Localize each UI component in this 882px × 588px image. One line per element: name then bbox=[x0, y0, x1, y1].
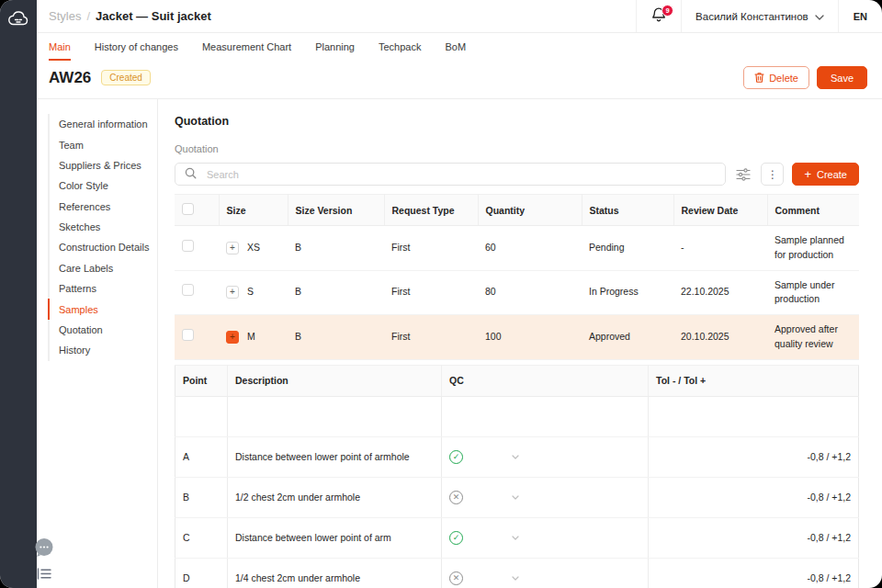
tab-history-of-changes[interactable]: History of changes bbox=[95, 33, 178, 61]
chat-bubble-icon[interactable] bbox=[33, 537, 55, 559]
expand-row-icon[interactable]: + bbox=[226, 242, 239, 254]
table-row[interactable]: +S B First 80 In Progress 22.10.2025 Sam… bbox=[175, 270, 859, 315]
user-menu[interactable]: Василий Константинов bbox=[682, 0, 838, 32]
table-header: Size Size Version Request Type Quantity … bbox=[175, 195, 859, 226]
table-row[interactable]: +XS B First 60 Pending - Sample planned … bbox=[175, 226, 859, 271]
tolerance-value: -0,8 / +1,2 bbox=[649, 437, 859, 478]
row-checkbox[interactable] bbox=[182, 329, 194, 341]
section-title: Quotation bbox=[175, 115, 859, 128]
language-switcher[interactable]: EN bbox=[838, 0, 882, 32]
qc-fail-icon: ✕ bbox=[449, 491, 463, 504]
subcol-description: Description bbox=[228, 365, 442, 397]
breadcrumb: Styles / Jacket — Suit jacket bbox=[49, 9, 211, 23]
notification-badge: 9 bbox=[662, 5, 673, 17]
create-button-label: Create bbox=[817, 169, 847, 180]
subcol-point: Point bbox=[175, 365, 228, 397]
plus-icon: + bbox=[804, 168, 811, 180]
subtable-row: D 1/4 chest 2cm under armhole ✕ -0,8 / +… bbox=[175, 559, 859, 588]
tolerance-value: -0,8 / +1,2 bbox=[649, 518, 859, 559]
subcol-tol: Tol - / Tol + bbox=[649, 365, 859, 397]
qc-dropdown-chevron-icon[interactable] bbox=[512, 536, 519, 540]
status-badge: Created bbox=[101, 70, 151, 85]
breadcrumb-current: Jacket — Suit jacket bbox=[96, 9, 211, 23]
sidebar-item-color-style[interactable]: Color Style bbox=[48, 175, 157, 196]
row-checkbox[interactable] bbox=[182, 284, 194, 296]
sidebar-item-quotation[interactable]: Quotation bbox=[48, 320, 157, 340]
comment-value: Sample planned for production bbox=[767, 226, 859, 271]
search-input[interactable] bbox=[205, 168, 716, 181]
review-date-value: 20.10.2025 bbox=[673, 315, 767, 360]
request-type-value: First bbox=[384, 270, 478, 315]
quotation-table: Size Size Version Request Type Quantity … bbox=[175, 194, 859, 588]
sidebar-item-suppliers-prices[interactable]: Suppliers & Prices bbox=[48, 155, 157, 175]
trash-icon bbox=[754, 72, 764, 85]
topbar-right: 9 Василий Константинов EN bbox=[636, 0, 882, 32]
sidebar-item-sketches[interactable]: Sketches bbox=[48, 217, 157, 237]
col-size-version: Size Version bbox=[288, 195, 384, 226]
qc-dropdown-chevron-icon[interactable] bbox=[512, 495, 519, 500]
tab-bom[interactable]: BoM bbox=[445, 33, 466, 61]
content: Quotation Quotation bbox=[158, 99, 882, 588]
tolerance-value: -0,8 / +1,2 bbox=[649, 478, 859, 518]
section-sidebar: General information Team Suppliers & Pri… bbox=[37, 99, 158, 588]
request-type-value: First bbox=[384, 315, 478, 360]
subtable-row: A Distance between lower point of armhol… bbox=[175, 437, 859, 478]
create-button[interactable]: + Create bbox=[792, 163, 859, 186]
toolbar: ⋮ + Create bbox=[175, 163, 859, 186]
qc-dropdown-chevron-icon[interactable] bbox=[512, 576, 519, 581]
more-options-button[interactable]: ⋮ bbox=[761, 163, 784, 186]
sidebar-item-team[interactable]: Team bbox=[48, 134, 157, 154]
description-value: Distance between lower point of armhole bbox=[228, 437, 442, 478]
tab-techpack[interactable]: Techpack bbox=[379, 33, 421, 61]
tab-measurement-chart[interactable]: Measurement Chart bbox=[202, 33, 291, 61]
breadcrumb-styles-link[interactable]: Styles bbox=[49, 9, 81, 23]
row-checkbox[interactable] bbox=[182, 240, 194, 252]
select-all-checkbox[interactable] bbox=[182, 203, 194, 215]
description-value: Distance between lower point of arm bbox=[228, 518, 442, 559]
sidebar-item-references[interactable]: References bbox=[48, 197, 157, 217]
tab-main[interactable]: Main bbox=[49, 33, 71, 61]
description-value: 1/2 chest 2cm under armhole bbox=[228, 478, 442, 518]
tab-planning[interactable]: Planning bbox=[315, 33, 355, 61]
sidebar-item-general-information[interactable]: General information bbox=[48, 114, 157, 134]
style-tabs: Main History of changes Measurement Char… bbox=[37, 33, 882, 61]
style-title-row: AW26 Created Delete Save bbox=[37, 61, 882, 99]
sidebar-item-patterns[interactable]: Patterns bbox=[48, 278, 157, 299]
sidebar-item-history[interactable]: History bbox=[48, 340, 157, 360]
qc-dropdown-chevron-icon[interactable] bbox=[512, 455, 519, 459]
quantity-value: 80 bbox=[478, 270, 582, 315]
collapse-sidebar-icon[interactable] bbox=[35, 564, 53, 582]
description-value: 1/4 chest 2cm under armhole bbox=[228, 559, 442, 588]
notifications-button[interactable]: 9 bbox=[636, 0, 682, 32]
col-size: Size bbox=[219, 195, 288, 226]
sidebar-helpers bbox=[33, 537, 55, 582]
point-value: A bbox=[175, 437, 228, 478]
column-settings-icon[interactable] bbox=[734, 166, 752, 183]
app-rail bbox=[0, 0, 37, 588]
app-window: Styles / Jacket — Suit jacket 9 Василий … bbox=[0, 0, 882, 588]
col-quantity: Quantity bbox=[478, 195, 582, 226]
size-version-value: B bbox=[288, 315, 384, 360]
sidebar-item-samples[interactable]: Samples bbox=[48, 299, 157, 319]
size-version-value: B bbox=[288, 226, 384, 271]
cloud-logo-icon[interactable] bbox=[8, 11, 28, 29]
col-comment: Comment bbox=[767, 195, 859, 226]
expand-row-icon[interactable]: + bbox=[226, 286, 239, 299]
size-value: S bbox=[247, 285, 254, 300]
delete-button-label: Delete bbox=[769, 73, 798, 84]
size-version-value: B bbox=[288, 270, 384, 315]
select-all-header bbox=[175, 195, 219, 226]
qc-fail-icon: ✕ bbox=[449, 571, 463, 585]
status-value: In Progress bbox=[582, 270, 673, 315]
col-status: Status bbox=[582, 195, 673, 226]
quantity-value: 60 bbox=[478, 226, 582, 271]
review-date-value: - bbox=[673, 226, 767, 271]
delete-button[interactable]: Delete bbox=[743, 66, 809, 89]
sidebar-item-construction-details[interactable]: Construction Details bbox=[48, 237, 157, 257]
sidebar-item-care-labels[interactable]: Care Labels bbox=[48, 258, 157, 278]
table-row-expanded[interactable]: +M B First 100 Approved 20.10.2025 Appro… bbox=[175, 315, 859, 360]
search-box bbox=[175, 163, 726, 186]
collapse-row-icon[interactable]: + bbox=[226, 331, 239, 344]
save-button[interactable]: Save bbox=[817, 66, 867, 89]
page-title: AW26 bbox=[49, 69, 91, 87]
